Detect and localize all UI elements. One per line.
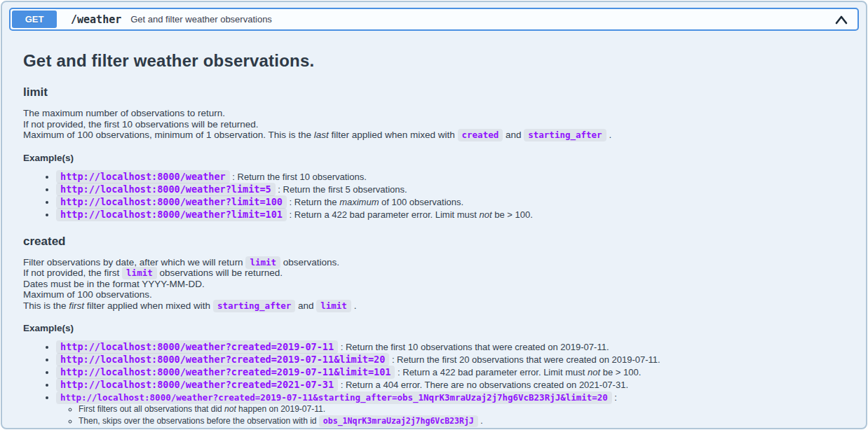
list-item: http://localhost:8000/weather?created=20… (56, 392, 845, 429)
list-item: http://localhost:8000/weather?limit=101 … (56, 209, 845, 220)
list-item: First filters out all observations that … (79, 404, 845, 415)
description-line: Maximum of 100 observations, minimum of … (23, 130, 845, 141)
list-item: http://localhost:8000/weather?created=20… (56, 354, 845, 365)
description-line: This is the first filter applied when mi… (23, 300, 845, 312)
examples-label: Example(s) (23, 323, 845, 333)
http-method-badge: GET (12, 11, 57, 28)
page-title: Get and filter weather observations. (23, 51, 845, 71)
list-item-text: http://localhost:8000/weather?created=20… (56, 391, 617, 404)
collapse-button[interactable] (832, 11, 850, 29)
created-description: Filter observations by date, after which… (23, 257, 845, 312)
list-item: http://localhost:8000/weather : Return t… (56, 172, 845, 182)
list-item: http://localhost:8000/weather?created=20… (56, 342, 845, 352)
section-heading-limit: limit (23, 85, 845, 99)
example-sub-list: First filters out all observations that … (56, 404, 845, 429)
limit-description: The maximum number of observations to re… (23, 108, 845, 141)
list-item: Then, skips over the observations before… (79, 416, 845, 426)
list-item: http://localhost:8000/weather?created=20… (56, 380, 845, 390)
description-line: Dates must be in the format YYYY-MM-DD. (23, 279, 845, 290)
examples-label: Example(s) (23, 153, 845, 163)
operation-description: Get and filter weather observations. lim… (2, 51, 866, 429)
list-item: http://localhost:8000/weather?limit=5 : … (56, 184, 845, 195)
section-heading-created: created (23, 235, 845, 249)
list-item: http://localhost:8000/weather?limit=100 … (56, 197, 845, 207)
description-line: If not provided, the first limit observa… (23, 268, 845, 279)
list-item: http://localhost:8000/weather?created=20… (56, 367, 845, 377)
limit-examples-list: http://localhost:8000/weather : Return t… (23, 172, 845, 220)
description-line: The maximum number of observations to re… (23, 108, 845, 119)
created-examples-list: http://localhost:8000/weather?created=20… (23, 342, 845, 429)
endpoint-summary: Get and filter weather observations (130, 14, 832, 25)
description-line: Maximum of 100 observations. (23, 289, 845, 300)
operation-panel: GET /weather Get and filter weather obse… (1, 1, 867, 429)
endpoint-path: /weather (71, 13, 121, 26)
description-line: If not provided, the first 10 observatio… (23, 119, 845, 130)
description-line: Filter observations by date, after which… (23, 257, 845, 268)
operation-header[interactable]: GET /weather Get and filter weather obse… (9, 8, 859, 31)
list-item: Return the first 20 observations from th… (79, 427, 845, 429)
chevron-up-icon (834, 14, 848, 25)
